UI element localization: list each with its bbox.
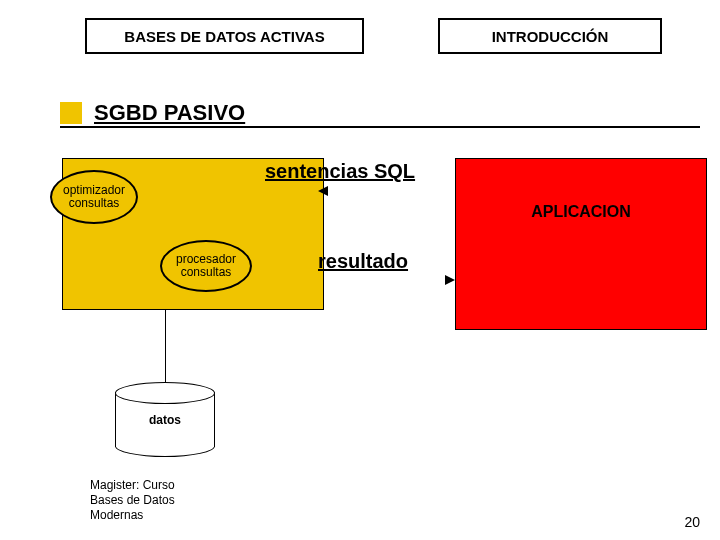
application-label: APLICACION [531, 203, 631, 221]
processor-label: procesador consultas [176, 253, 236, 279]
footer-line-1: Magister: Curso [90, 478, 175, 493]
optimizer-node: optimizador consultas [50, 170, 138, 224]
db-storage-connector [165, 308, 166, 388]
section-title: SGBD PASIVO [94, 100, 245, 126]
application-box: APLICACION [455, 158, 707, 330]
arrow-result-label: resultado [318, 250, 408, 273]
arrow-sql-head-icon [318, 186, 328, 196]
footer-credits: Magister: Curso Bases de Datos Modernas [90, 478, 175, 523]
optimizer-label: optimizador consultas [63, 184, 125, 210]
page-number: 20 [684, 514, 700, 530]
footer-line-3: Modernas [90, 508, 175, 523]
processor-node: procesador consultas [160, 240, 252, 292]
title-rule [60, 126, 700, 128]
header-left-box: BASES DE DATOS ACTIVAS [85, 18, 364, 54]
footer-line-2: Bases de Datos [90, 493, 175, 508]
header-left-label: BASES DE DATOS ACTIVAS [124, 28, 324, 45]
header-right-box: INTRODUCCIÓN [438, 18, 662, 54]
storage-cylinder: datos [115, 382, 215, 457]
arrow-result-head-icon [445, 275, 455, 285]
header-right-label: INTRODUCCIÓN [492, 28, 609, 45]
arrow-sql-label: sentencias SQL [265, 160, 415, 183]
storage-label: datos [115, 382, 215, 457]
title-accent-square [60, 102, 82, 124]
